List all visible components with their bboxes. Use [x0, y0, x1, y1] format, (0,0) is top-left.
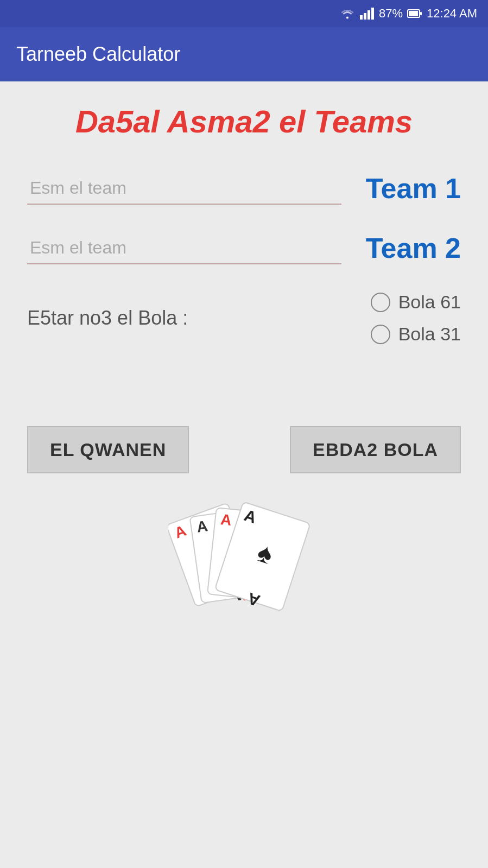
team2-input[interactable] [27, 232, 341, 264]
status-icons: 87% 12:24 AM [340, 7, 477, 21]
svg-text:A: A [195, 517, 208, 536]
svg-text:A: A [219, 511, 232, 529]
team2-label: Team 2 [352, 232, 461, 264]
team1-input-wrapper [27, 173, 341, 205]
team1-label: Team 1 [352, 172, 461, 205]
cards-image: A ♥ A A ♣ A A ♦ A A ♠ [168, 495, 320, 614]
svg-rect-0 [360, 15, 363, 20]
team2-row: Team 2 [27, 232, 461, 264]
team1-input[interactable] [27, 173, 341, 205]
status-bar: 87% 12:24 AM [0, 0, 488, 27]
bola31-label: Bola 31 [398, 324, 461, 345]
main-content: Da5al Asma2 el Teams Team 1 Team 2 E5tar… [0, 81, 488, 868]
wifi-icon [340, 8, 355, 20]
bola61-option[interactable]: Bola 61 [371, 292, 461, 313]
ebda2-bola-button[interactable]: EBDA2 BOLA [290, 426, 461, 473]
signal-icon [359, 8, 375, 20]
svg-rect-6 [420, 12, 422, 15]
team1-row: Team 1 [27, 172, 461, 205]
svg-rect-5 [409, 11, 418, 16]
bola-label: E5tar no3 el Bola : [27, 307, 371, 330]
team2-input-wrapper [27, 232, 341, 264]
battery-text: 87% [379, 7, 403, 21]
bola31-option[interactable]: Bola 31 [371, 324, 461, 345]
cards-area: A ♥ A A ♣ A A ♦ A A ♠ [27, 495, 461, 614]
bola-options: Bola 61 Bola 31 [371, 292, 461, 345]
battery-icon [407, 8, 422, 19]
svg-rect-3 [371, 8, 374, 20]
bottom-buttons: EL QWANEN EBDA2 BOLA [27, 426, 461, 473]
time-text: 12:24 AM [427, 7, 477, 21]
page-heading: Da5al Asma2 el Teams [27, 103, 461, 140]
app-bar: Tarneeb Calculator [0, 27, 488, 81]
bola31-radio[interactable] [371, 325, 390, 344]
bola61-radio[interactable] [371, 293, 390, 312]
el-qwanen-button[interactable]: EL QWANEN [27, 426, 189, 473]
app-title: Tarneeb Calculator [16, 43, 180, 66]
bola61-label: Bola 61 [398, 292, 461, 313]
bola-section: E5tar no3 el Bola : Bola 61 Bola 31 [27, 292, 461, 345]
svg-rect-1 [364, 13, 366, 20]
svg-rect-2 [367, 10, 370, 20]
